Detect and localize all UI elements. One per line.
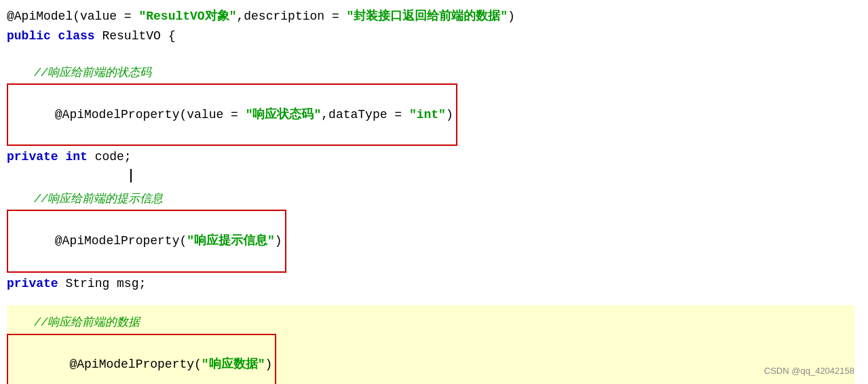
keyword-private-2: private (7, 274, 65, 294)
annotation2-val: "响应提示信息" (187, 234, 275, 248)
empty-line-2 (7, 293, 854, 305)
type-int: int (65, 147, 87, 167)
type-string: String (65, 274, 109, 294)
line-field-msg: private String msg; (7, 274, 854, 294)
empty-line-1 (7, 46, 854, 58)
apimodel-value1: "ResultVO对象" (138, 7, 236, 26)
text-cursor (130, 169, 132, 183)
annotation1-end: ) (446, 108, 453, 121)
line-field-code: private int code; (7, 147, 854, 167)
field-code: code; (88, 147, 132, 167)
keyword-public-class: public class (7, 26, 102, 46)
comment-line-3: //响应给前端的数据 (7, 313, 854, 332)
apimodel-end: ) (508, 7, 515, 26)
annotation3-box: @ApiModelProperty("响应数据") (7, 334, 276, 384)
annotation3-text: @ApiModelProperty( (69, 358, 201, 371)
class-name: ResultVO { (102, 26, 175, 46)
annotation1-val2: "int" (409, 108, 446, 121)
annotation1-comma: ,dataType = (321, 108, 409, 121)
comment-text-3: //响应给前端的数据 (34, 313, 140, 332)
last-section: //响应给前端的数据 @ApiModelProperty("响应数据") pri… (7, 305, 854, 384)
watermark: CSDN @qq_42042158 (764, 366, 854, 376)
cursor-line (7, 167, 854, 185)
line-annotation1: @ApiModelProperty(value = "响应状态码",dataTy… (7, 82, 854, 147)
comment-text-2: //响应给前端的提示信息 (34, 190, 163, 208)
comment-line-1: //响应给前端的状态码 (7, 64, 854, 82)
line-annotation3: @ApiModelProperty("响应数据") (7, 332, 854, 384)
apimodel-desc-key: ,description = (236, 7, 346, 26)
apimodel-value2: "封装接口返回给前端的数据" (347, 7, 508, 26)
keyword-private-1: private (7, 147, 65, 167)
annotation1-box: @ApiModelProperty(value = "响应状态码",dataTy… (7, 83, 457, 146)
annotation2-text: @ApiModelProperty( (55, 234, 187, 248)
line-class-decl: public class ResultVO { (7, 26, 854, 46)
field-msg: msg; (109, 274, 146, 294)
comment-line-2: //响应给前端的提示信息 (7, 190, 854, 208)
annotation1-val1: "响应状态码" (246, 108, 322, 121)
apimodel-annotation: @ApiModel(value = (7, 7, 138, 26)
annotation2-end: ) (275, 234, 282, 248)
comment-text-1: //响应给前端的状态码 (34, 64, 151, 82)
annotation3-end: ) (265, 358, 272, 371)
line-annotation2: @ApiModelProperty("响应提示信息") (7, 208, 854, 273)
annotation2-box: @ApiModelProperty("响应提示信息") (7, 210, 286, 272)
code-container: @ApiModel(value = "ResultVO对象",descripti… (0, 0, 868, 384)
line-apimodel: @ApiModel(value = "ResultVO对象",descripti… (7, 7, 854, 26)
annotation3-val: "响应数据" (202, 358, 265, 371)
annotation1-text: @ApiModelProperty(value = (55, 108, 246, 121)
